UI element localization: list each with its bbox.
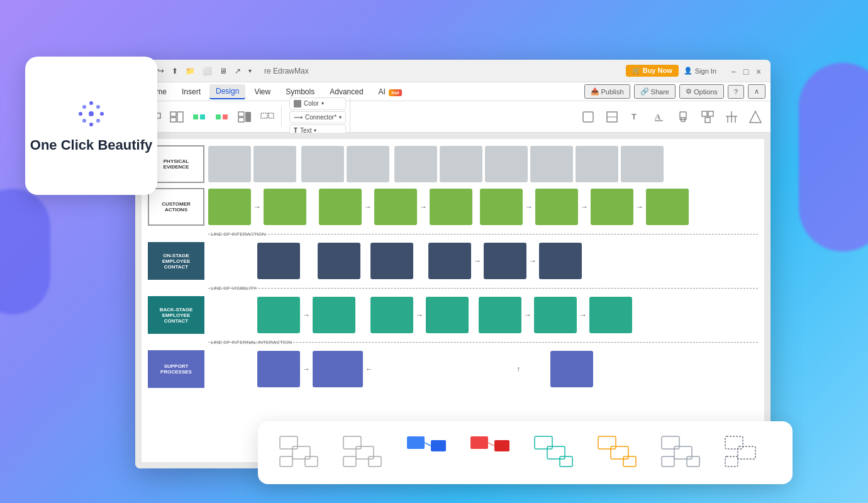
menu-insert[interactable]: Insert [175,85,207,99]
pe-box-3[interactable] [301,146,344,182]
pe-box-10[interactable] [621,146,664,182]
os-box-6[interactable] [539,243,582,279]
shape-template-4[interactable] [468,434,518,472]
monitor-icon[interactable]: 🖥 [220,67,227,75]
bs-box-5[interactable] [479,297,521,333]
os-box-3[interactable] [370,243,413,279]
shape-template-6[interactable] [596,434,646,472]
ai-hot-badge: hot [389,89,401,96]
tb-shape5[interactable] [235,107,255,127]
tb-icon4[interactable]: A [650,107,670,127]
bs-box-3[interactable] [370,297,413,333]
svg-rect-48 [407,436,425,449]
bs-box-2[interactable] [313,297,355,333]
bs-box-6[interactable] [534,297,577,333]
maximize-button[interactable]: □ [742,67,750,75]
pe-box-5[interactable] [394,146,437,182]
title-bar: ↩ ↪ ⬆ 📁 ⬜ 🖥 ↗ ▾ re EdrawMax 🛒 Buy Now 👤 … [135,60,771,82]
minimize-button[interactable]: − [729,67,738,75]
svg-rect-44 [343,436,361,449]
folder-icon[interactable]: 📁 [186,67,195,75]
ca-box-2[interactable] [264,189,306,225]
pe-box-8[interactable] [530,146,573,182]
sp-box-2[interactable] [313,351,363,387]
shape-template-7[interactable] [659,434,709,472]
publish-button[interactable]: 📤 Publish [584,84,630,99]
sp-arrow-2: ← [365,365,373,373]
os-box-1[interactable] [257,243,300,279]
menu-design[interactable]: Design [209,84,245,99]
ca-box-4[interactable] [374,189,417,225]
shape-icon-1 [277,434,328,472]
line-visibility-container: LINE OF VISIBILITY [208,282,758,294]
sp-box-1[interactable] [257,351,300,387]
shape-template-3[interactable] [404,434,455,472]
tb-icon8[interactable] [745,107,765,127]
redo-icon[interactable]: ↪ [157,66,164,75]
tb-icon5[interactable] [674,107,694,127]
export-icon[interactable]: ↗ [235,67,241,75]
tb-shape2[interactable] [167,107,187,127]
shape-template-2[interactable] [341,434,391,472]
pe-box-9[interactable] [576,146,618,182]
chevron-up-icon[interactable]: ∧ [748,84,765,99]
help-button[interactable]: ? [728,85,744,99]
save-icon[interactable]: ⬆ [172,67,178,75]
share-button[interactable]: 🔗 Share [634,84,676,99]
chevron-down-icon[interactable]: ▾ [248,67,252,74]
bs-box-1[interactable] [257,297,300,333]
tb-shape4[interactable] [212,107,232,127]
os-box-5[interactable] [484,243,526,279]
bs-box-7[interactable] [589,297,632,333]
options-button[interactable]: ⚙ Options [679,84,724,99]
menu-ai[interactable]: AI hot [372,85,408,99]
sign-in-button[interactable]: 👤 Sign In [684,67,716,75]
ca-box-9[interactable] [646,189,689,225]
pe-box-6[interactable] [440,146,482,182]
pe-box-7[interactable] [485,146,528,182]
tb-shape6[interactable] [257,107,277,127]
ca-box-8[interactable] [591,189,633,225]
bs-box-4[interactable] [426,297,469,333]
tb-icon1[interactable] [578,107,598,127]
shape-icon-4 [468,434,518,472]
bs-arrow-4: → [579,311,587,319]
shape-template-5[interactable] [532,434,582,472]
ca-box-6[interactable] [480,189,523,225]
canvas-area[interactable]: PHYSICALEVIDENCE [135,133,771,468]
connector-dropdown[interactable]: ⟿ Connector* ▾ [289,111,346,123]
menu-view[interactable]: View [248,85,277,99]
svg-rect-42 [280,456,292,467]
tb-icon2[interactable] [602,107,622,127]
toolbar-right-icons: T A [578,107,765,127]
tb-icon3[interactable]: T [626,107,646,127]
close-button[interactable]: × [754,67,763,75]
tb-icon6[interactable] [698,107,718,127]
os-box-2[interactable] [318,243,360,279]
os-box-4[interactable] [428,243,471,279]
ca-box-5[interactable] [430,189,472,225]
ca-box-1[interactable] [208,189,251,225]
shape-icon-6 [596,434,646,472]
sp-box-3[interactable] [550,351,593,387]
pe-box-2[interactable] [253,146,296,182]
shape-template-8[interactable] [723,434,773,472]
color-dropdown[interactable]: Color ▾ [289,97,346,110]
buy-now-button[interactable]: 🛒 Buy Now [626,65,679,77]
shape-template-1[interactable] [277,434,328,472]
ca-box-3[interactable] [319,189,362,225]
copy-icon[interactable]: ⬜ [203,67,212,75]
svg-rect-17 [223,114,228,119]
decorative-blob-left [0,189,50,314]
pe-box-4[interactable] [347,146,389,182]
user-icon: 👤 [684,67,693,75]
tb-icon7[interactable] [721,107,742,127]
menu-symbols[interactable]: Symbols [279,85,321,99]
ca-box-7[interactable] [535,189,578,225]
menu-advanced[interactable]: Advanced [323,85,369,99]
tb-shape3[interactable] [189,107,209,127]
shape-icon-8 [723,434,773,472]
ca-arrow-5: → [581,202,588,211]
svg-rect-49 [431,440,446,451]
pe-box-1[interactable] [208,146,251,182]
